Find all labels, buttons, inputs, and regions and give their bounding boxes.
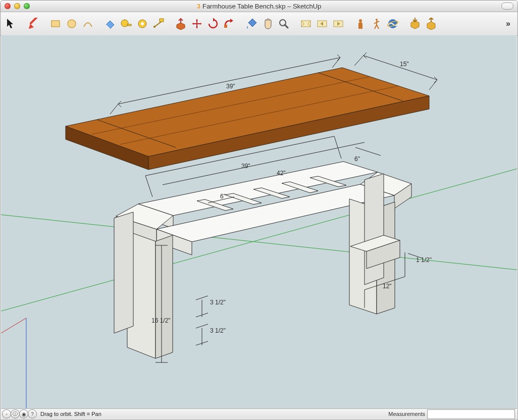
model-view[interactable] xyxy=(1,35,517,408)
text-tool[interactable] xyxy=(151,16,166,31)
dim-end-depth: 12" xyxy=(383,283,392,290)
svg-marker-35 xyxy=(156,235,173,358)
toolbar: » xyxy=(1,12,517,36)
paint-bucket-tool[interactable] xyxy=(244,16,259,31)
walk-tool[interactable] xyxy=(369,16,384,31)
window-title: 3Farmhouse Table Bench.skp – SketchUp xyxy=(1,3,517,10)
hint-icon-2[interactable]: ⓘ xyxy=(11,409,20,418)
protractor-tool[interactable] xyxy=(135,16,150,31)
dim-frame-b: 42" xyxy=(277,170,286,177)
person-tool[interactable] xyxy=(353,16,368,31)
help-icon[interactable]: ? xyxy=(28,409,37,418)
next-view-tool[interactable] xyxy=(331,16,346,31)
svg-line-52 xyxy=(429,80,437,90)
svg-line-49 xyxy=(110,104,118,114)
pencil-tool[interactable] xyxy=(26,16,41,31)
zoom-extents-tool[interactable] xyxy=(298,16,314,31)
svg-marker-36 xyxy=(114,212,133,333)
get-models-tool[interactable] xyxy=(407,16,423,31)
svg-line-59 xyxy=(196,296,208,300)
svg-point-14 xyxy=(376,19,378,21)
close-button[interactable] xyxy=(5,3,11,9)
arc-tool[interactable] xyxy=(80,16,95,31)
dim-frame-a: 39" xyxy=(241,163,250,170)
svg-line-53 xyxy=(145,176,152,197)
circle-tool[interactable] xyxy=(64,16,79,31)
svg-point-13 xyxy=(359,19,362,22)
zoom-button[interactable] xyxy=(24,3,30,9)
tape-measure-tool[interactable] xyxy=(119,16,134,31)
rectangle-tool[interactable] xyxy=(48,16,63,31)
svg-line-20 xyxy=(1,318,26,348)
hint-icon-3[interactable]: ◉ xyxy=(19,409,28,418)
svg-rect-8 xyxy=(224,25,227,28)
titlebar: 3Farmhouse Table Bench.skp – SketchUp xyxy=(1,1,517,12)
rotate-tool[interactable] xyxy=(205,16,221,31)
status-icons: ◦ ⓘ ◉ ? xyxy=(2,409,36,418)
zoom-tool[interactable] xyxy=(276,16,291,31)
svg-point-6 xyxy=(153,26,156,28)
viewport[interactable]: 39" 15" 39" 42" 6" 6" 3 1/2" 3 1/2" 16 1… xyxy=(1,35,517,408)
svg-rect-7 xyxy=(160,19,164,22)
share-model-tool[interactable] xyxy=(424,16,439,31)
measurements-label: Measurements xyxy=(388,411,425,417)
dim-leg-height: 16 1/2" xyxy=(151,317,171,324)
toolbar-overflow[interactable]: » xyxy=(502,19,514,28)
dim-frame-c: 6" xyxy=(354,155,360,163)
svg-rect-10 xyxy=(301,21,310,27)
svg-line-51 xyxy=(354,56,364,66)
status-hint: Drag to orbit. Shift = Pan xyxy=(40,411,101,417)
svg-point-5 xyxy=(141,22,144,25)
minimize-button[interactable] xyxy=(14,3,20,9)
svg-rect-0 xyxy=(51,21,60,27)
status-bar: ◦ ⓘ ◉ ? Drag to orbit. Shift = Pan Measu… xyxy=(1,408,517,419)
toolbar-toggle-button[interactable] xyxy=(501,3,513,10)
dim-stretcher2: 3 1/2" xyxy=(210,327,226,334)
svg-line-61 xyxy=(196,324,208,328)
dim-end-thick: 1 1/2" xyxy=(416,256,432,264)
previous-view-tool[interactable] xyxy=(315,16,330,31)
hand-tool[interactable] xyxy=(260,16,275,31)
eraser-tool[interactable] xyxy=(102,16,118,31)
dim-stretcher1: 3 1/2" xyxy=(210,299,226,306)
svg-point-1 xyxy=(68,20,76,28)
google-earth-tool[interactable] xyxy=(385,16,400,31)
move-tool[interactable] xyxy=(189,16,204,31)
dim-seat-width: 15" xyxy=(400,61,409,68)
dim-frame-slat: 6" xyxy=(220,193,226,200)
hint-icon-1[interactable]: ◦ xyxy=(2,409,11,418)
title-text: Farmhouse Table Bench.skp – SketchUp xyxy=(202,3,321,10)
window-controls xyxy=(5,3,30,9)
select-tool[interactable] xyxy=(4,16,19,31)
push-pull-tool[interactable] xyxy=(173,16,188,31)
app-badge: 3 xyxy=(197,3,200,10)
measurements-input[interactable] xyxy=(427,409,515,419)
dim-seat-length: 39" xyxy=(226,83,235,90)
follow-me-tool[interactable] xyxy=(222,16,237,31)
svg-rect-3 xyxy=(127,24,131,26)
